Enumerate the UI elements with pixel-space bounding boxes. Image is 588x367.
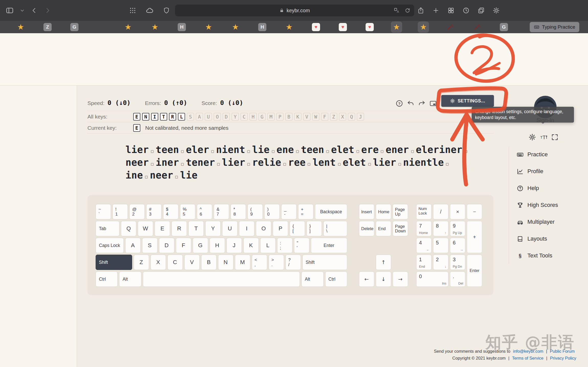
key-enter[interactable]: Enter bbox=[311, 238, 347, 253]
favorite-blank-3[interactable] bbox=[96, 21, 107, 33]
key-space[interactable] bbox=[143, 271, 300, 287]
key-v[interactable]: V bbox=[184, 255, 200, 270]
key-numpad-9[interactable]: 9Pg Up bbox=[450, 221, 465, 236]
key-g[interactable]: G bbox=[193, 238, 208, 253]
key-k[interactable]: K bbox=[243, 238, 259, 253]
key-numpad-0[interactable]: 0Ins bbox=[416, 271, 448, 287]
key-numpad-4[interactable]: 4← bbox=[416, 238, 432, 253]
forward-icon[interactable] bbox=[44, 7, 51, 14]
key-q[interactable]: Q bbox=[121, 221, 136, 236]
key-numpad-subtract[interactable]: − bbox=[467, 204, 482, 219]
key-alt[interactable]: Alt bbox=[119, 271, 141, 287]
key-c[interactable]: C bbox=[167, 255, 183, 270]
key-page-up[interactable]: Page Up bbox=[393, 204, 408, 219]
key-4[interactable]: $4 bbox=[163, 204, 178, 219]
key-t[interactable]: T bbox=[188, 221, 204, 236]
active-tab[interactable]: Typing Practice bbox=[530, 22, 579, 32]
key-h[interactable]: H bbox=[210, 238, 225, 253]
key-l[interactable]: L bbox=[260, 238, 276, 253]
key-8[interactable]: *8 bbox=[231, 204, 246, 219]
favorite-heart-12[interactable]: ♥ bbox=[337, 21, 348, 33]
tab-overview-icon[interactable] bbox=[447, 7, 455, 14]
fullscreen-icon[interactable] bbox=[551, 133, 559, 141]
favorite-g-2[interactable]: G bbox=[69, 21, 80, 33]
sidebar-item-text-tools[interactable]: §Text Tools bbox=[517, 247, 588, 264]
key-p[interactable]: P bbox=[273, 221, 288, 236]
key-backquote[interactable]: ~` bbox=[96, 204, 111, 219]
key-e[interactable]: E bbox=[155, 221, 170, 236]
sidebar-toggle-icon[interactable] bbox=[6, 6, 14, 15]
sidebar-item-help[interactable]: Help bbox=[517, 180, 588, 197]
key-shift[interactable]: Shift bbox=[96, 255, 132, 270]
favorite-star-4[interactable]: ★ bbox=[122, 21, 134, 33]
key-2[interactable]: @2 bbox=[129, 204, 145, 219]
key-0[interactable]: )0 bbox=[264, 204, 280, 219]
key-numpad-multiply[interactable]: × bbox=[450, 204, 465, 219]
key-numpad-7[interactable]: 7Home bbox=[416, 221, 432, 236]
key-d[interactable]: D bbox=[159, 238, 174, 253]
back-icon[interactable] bbox=[31, 7, 38, 14]
key-numpad-decimal[interactable]: .Del bbox=[450, 271, 465, 287]
history-icon[interactable] bbox=[462, 7, 470, 14]
key-i[interactable]: I bbox=[239, 221, 254, 236]
favorite-wand-16[interactable] bbox=[445, 21, 456, 33]
cloud-icon[interactable] bbox=[145, 6, 154, 15]
key-minus[interactable]: _- bbox=[281, 204, 297, 219]
preferences-gear-icon[interactable] bbox=[528, 133, 536, 141]
help-icon[interactable]: ? bbox=[395, 100, 403, 107]
key-numpad-enter[interactable]: Enter bbox=[467, 255, 482, 287]
key-quote[interactable]: "' bbox=[294, 238, 309, 253]
key-insert[interactable]: Insert bbox=[359, 204, 374, 219]
key-caps-lock[interactable]: Caps Lock bbox=[96, 238, 124, 253]
sidebar-item-profile[interactable]: Profile bbox=[517, 163, 588, 180]
key-end[interactable]: End bbox=[376, 221, 391, 236]
key-6[interactable]: ^6 bbox=[197, 204, 212, 219]
key-3[interactable]: #3 bbox=[146, 204, 162, 219]
key-arrow-down[interactable]: ↓ bbox=[376, 271, 391, 287]
favorite-wand-17[interactable] bbox=[471, 21, 483, 33]
key-w[interactable]: W bbox=[138, 221, 153, 236]
key-decimal[interactable]: >. bbox=[269, 255, 284, 270]
new-tab-icon[interactable] bbox=[432, 7, 439, 14]
key-shift[interactable]: Shift bbox=[302, 255, 347, 270]
key-alt[interactable]: Alt bbox=[301, 271, 323, 287]
favorite-star-0[interactable]: ★ bbox=[15, 21, 26, 33]
shield-icon[interactable] bbox=[163, 7, 170, 14]
key-f[interactable]: F bbox=[176, 238, 191, 253]
favorite-h-6[interactable]: H bbox=[176, 21, 187, 33]
windows-icon[interactable] bbox=[478, 7, 485, 14]
key-7[interactable]: &7 bbox=[214, 204, 229, 219]
key-z[interactable]: Z bbox=[134, 255, 149, 270]
theater-mode-icon[interactable] bbox=[429, 100, 437, 107]
favorite-star-14[interactable]: ★ bbox=[391, 21, 402, 33]
lesson-text[interactable]: lierteenelernientlieeneteeneletereenerel… bbox=[126, 144, 469, 182]
favorite-star-10[interactable]: ★ bbox=[284, 21, 295, 33]
key-numpad-slash[interactable]: / bbox=[433, 204, 448, 219]
favorite-h-9[interactable]: H bbox=[257, 21, 268, 33]
favorite-heart-11[interactable]: ♥ bbox=[310, 21, 322, 33]
key-numpad-2[interactable]: 2↓ bbox=[433, 255, 448, 270]
key-a[interactable]: A bbox=[125, 238, 141, 253]
key-x[interactable]: X bbox=[151, 255, 166, 270]
key-backslash[interactable]: |\ bbox=[323, 221, 347, 236]
favorite-star-5[interactable]: ★ bbox=[149, 21, 161, 33]
favorite-z-1[interactable]: Z bbox=[42, 21, 53, 33]
key-numpad-1[interactable]: 1End bbox=[416, 255, 432, 270]
key-equal[interactable]: += bbox=[298, 204, 313, 219]
key-numpad-num-lock[interactable]: Num Lock bbox=[416, 204, 432, 219]
key-5[interactable]: %5 bbox=[180, 204, 195, 219]
favorite-g-18[interactable]: G bbox=[498, 21, 510, 33]
settings-gear-icon[interactable] bbox=[493, 7, 500, 14]
key-bracket-right[interactable]: }] bbox=[307, 221, 322, 236]
key-ctrl[interactable]: Ctrl bbox=[96, 271, 118, 287]
key-9[interactable]: (9 bbox=[247, 204, 263, 219]
key-arrow-right[interactable]: → bbox=[393, 271, 408, 287]
key-u[interactable]: U bbox=[222, 221, 238, 236]
favorite-heart-13[interactable]: ♥ bbox=[364, 21, 375, 33]
key-s[interactable]: S bbox=[142, 238, 157, 253]
favorite-star-15[interactable]: ★ bbox=[418, 21, 429, 33]
reload-icon[interactable] bbox=[404, 7, 411, 14]
undo-icon[interactable] bbox=[407, 100, 414, 107]
key-b[interactable]: B bbox=[201, 255, 217, 270]
sidebar-item-practice[interactable]: Practice bbox=[517, 146, 588, 163]
